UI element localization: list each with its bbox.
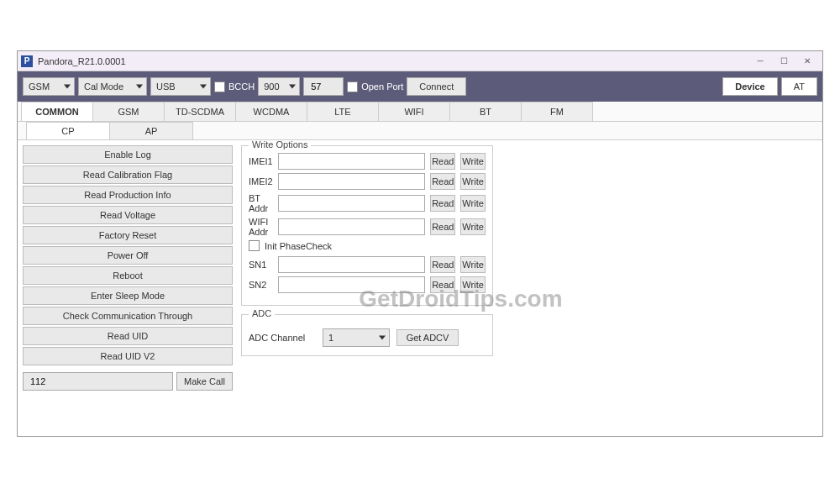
connection-select[interactable]: USB: [150, 77, 211, 96]
tab-fm[interactable]: FM: [521, 102, 593, 121]
btaddr-write-button[interactable]: Write: [460, 195, 486, 212]
imei1-row: IMEI1 Read Write: [249, 153, 486, 170]
main-toolbar: GSM Cal Mode USB BCCH 900: [18, 71, 822, 102]
read-calibration-flag-button[interactable]: Read Calibration Flag: [23, 165, 233, 184]
bcch-value-input[interactable]: [303, 77, 344, 96]
titlebar: P Pandora_R21.0.0001 ─ ☐ ✕: [18, 51, 822, 71]
read-uid-v2-button[interactable]: Read UID V2: [23, 347, 233, 365]
wifiaddr-read-button[interactable]: Read: [430, 218, 455, 235]
maximize-button[interactable]: ☐: [772, 54, 795, 69]
get-adcv-button[interactable]: Get ADCV: [396, 329, 459, 346]
imei1-label: IMEI1: [249, 156, 273, 166]
sn1-row: SN1 Read Write: [249, 256, 486, 273]
read-uid-button[interactable]: Read UID: [23, 327, 233, 345]
sn1-read-button[interactable]: Read: [430, 256, 455, 273]
bcch-value-field[interactable]: [309, 78, 338, 95]
open-port-wrap: Open Port: [347, 81, 403, 92]
make-call-button[interactable]: Make Call: [176, 372, 233, 391]
main-tabs: COMMON GSM TD-SCDMA WCDMA LTE WIFI BT FM: [18, 102, 822, 122]
minimize-button[interactable]: ─: [748, 54, 772, 69]
connect-button[interactable]: Connect: [407, 77, 466, 96]
imei2-row: IMEI2 Read Write: [249, 173, 486, 190]
make-call-row: Make Call: [23, 372, 233, 391]
bcch-checkbox[interactable]: [214, 81, 225, 92]
tab-lte[interactable]: LTE: [307, 102, 379, 121]
bcch-channel-select[interactable]: 900: [258, 77, 300, 96]
tab-tdscdma[interactable]: TD-SCDMA: [164, 102, 236, 121]
cal-mode-select[interactable]: Cal Mode: [78, 77, 147, 96]
bcch-checkbox-wrap: BCCH: [214, 81, 255, 92]
tab-gsm[interactable]: GSM: [92, 102, 165, 121]
tab-bt[interactable]: BT: [449, 102, 522, 121]
power-off-button[interactable]: Power Off: [23, 246, 233, 265]
app-window: P Pandora_R21.0.0001 ─ ☐ ✕ GSM Cal Mode …: [17, 50, 823, 437]
adc-channel-select[interactable]: 1: [323, 328, 390, 347]
init-phasecheck-label: Init PhaseCheck: [265, 241, 332, 251]
wifiaddr-row: WIFI Addr Read Write: [249, 217, 486, 237]
imei1-input[interactable]: [278, 153, 425, 170]
imei2-read-button[interactable]: Read: [430, 173, 455, 190]
open-port-label: Open Port: [361, 81, 403, 92]
factory-reset-button[interactable]: Factory Reset: [23, 226, 233, 244]
chevron-down-icon: [289, 85, 296, 89]
chevron-down-icon: [200, 85, 207, 89]
sn1-label: SN1: [249, 260, 273, 270]
adc-channel-label: ADC Channel: [249, 333, 316, 343]
subtab-cp[interactable]: CP: [26, 122, 110, 139]
enter-sleep-mode-button[interactable]: Enter Sleep Mode: [23, 286, 233, 305]
tab-common[interactable]: COMMON: [21, 102, 93, 121]
call-number-input[interactable]: [23, 372, 173, 391]
mode-select[interactable]: GSM: [23, 77, 75, 96]
left-actions-column: Enable Log Read Calibration Flag Read Pr…: [23, 145, 233, 431]
sn2-write-button[interactable]: Write: [460, 276, 486, 293]
btaddr-input[interactable]: [278, 195, 425, 212]
btaddr-read-button[interactable]: Read: [430, 195, 455, 212]
sn2-label: SN2: [249, 280, 273, 290]
sub-tabs: CP AP: [18, 122, 822, 140]
sn1-write-button[interactable]: Write: [460, 256, 486, 273]
tab-wcdma[interactable]: WCDMA: [235, 102, 307, 121]
bcch-channel-value: 900: [264, 81, 279, 92]
sn2-row: SN2 Read Write: [249, 276, 486, 293]
device-mode-button[interactable]: Device: [722, 77, 777, 96]
init-phasecheck-checkbox[interactable]: [249, 240, 260, 251]
tab-wifi[interactable]: WIFI: [378, 102, 450, 121]
wifiaddr-write-button[interactable]: Write: [460, 218, 486, 235]
imei1-read-button[interactable]: Read: [430, 153, 455, 170]
write-options-title: Write Options: [249, 140, 311, 150]
call-number-field[interactable]: [29, 373, 167, 390]
imei1-write-button[interactable]: Write: [460, 153, 486, 170]
right-column: Write Options IMEI1 Read Write IMEI2 Rea…: [241, 145, 493, 431]
adc-title: ADC: [249, 308, 275, 318]
wifiaddr-input[interactable]: [278, 218, 425, 235]
chevron-down-icon: [64, 85, 71, 89]
at-mode-button[interactable]: AT: [781, 77, 817, 96]
open-port-checkbox[interactable]: [347, 81, 358, 92]
sn1-input[interactable]: [278, 256, 425, 273]
read-production-info-button[interactable]: Read Production Info: [23, 186, 233, 204]
reboot-button[interactable]: Reboot: [23, 266, 233, 285]
sn2-read-button[interactable]: Read: [430, 276, 455, 293]
content-area: Enable Log Read Calibration Flag Read Pr…: [18, 140, 822, 436]
enable-log-button[interactable]: Enable Log: [23, 145, 233, 164]
adc-channel-value: 1: [328, 333, 333, 343]
chevron-down-icon: [379, 336, 386, 340]
imei2-write-button[interactable]: Write: [460, 173, 486, 190]
subtab-ap[interactable]: AP: [109, 122, 193, 139]
bcch-label: BCCH: [228, 81, 255, 92]
check-comm-through-button[interactable]: Check Communication Through: [23, 307, 233, 325]
imei2-label: IMEI2: [249, 176, 273, 186]
app-icon: P: [21, 55, 33, 67]
adc-row: ADC Channel 1 Get ADCV: [249, 328, 486, 347]
sn2-input[interactable]: [278, 276, 425, 293]
btaddr-label: BT Addr: [249, 193, 273, 213]
wifiaddr-label: WIFI Addr: [249, 217, 273, 237]
cal-mode-value: Cal Mode: [84, 81, 123, 92]
adc-group: ADC ADC Channel 1 Get ADCV: [241, 314, 493, 356]
btaddr-row: BT Addr Read Write: [249, 193, 486, 213]
init-phasecheck-row: Init PhaseCheck: [249, 240, 486, 251]
window-title: Pandora_R21.0.0001: [38, 56, 126, 66]
imei2-input[interactable]: [278, 173, 425, 190]
read-voltage-button[interactable]: Read Voltage: [23, 206, 233, 224]
close-button[interactable]: ✕: [795, 54, 819, 69]
